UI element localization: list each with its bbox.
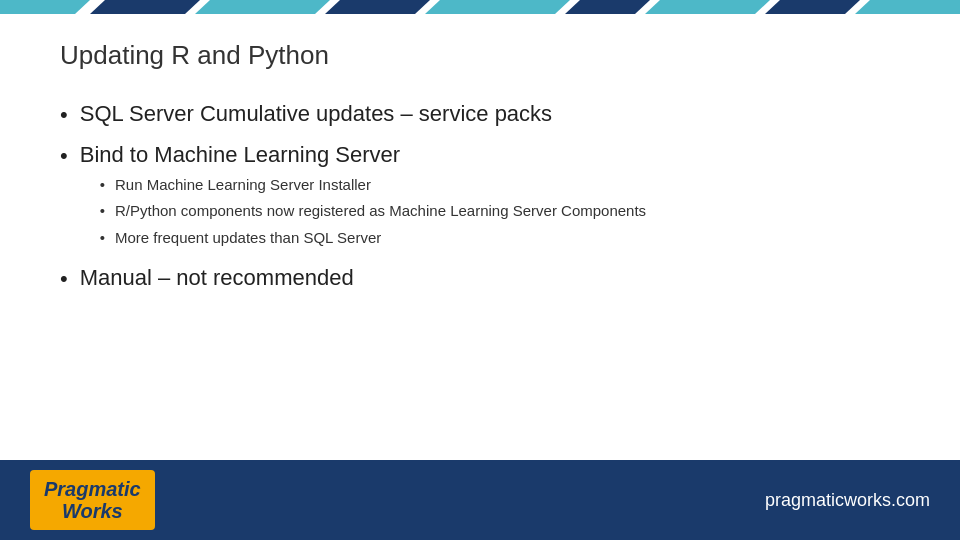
sub-bullet-item-1: Run Machine Learning Server Installer — [100, 174, 646, 197]
sub-bullet-item-3: More frequent updates than SQL Server — [100, 227, 646, 250]
logo-box: Pragmatic Works — [30, 470, 155, 530]
main-bullet-list: SQL Server Cumulative updates – service … — [60, 101, 900, 294]
sub-bullet-item-2: R/Python components now registered as Ma… — [100, 200, 646, 223]
logo-text-works: Works — [44, 500, 141, 522]
sub-bullet-3-text: More frequent updates than SQL Server — [115, 227, 381, 250]
footer-url: pragmaticworks.com — [765, 490, 930, 511]
sub-bullet-1-text: Run Machine Learning Server Installer — [115, 174, 371, 197]
bullet-2-text: Bind to Machine Learning Server — [80, 142, 400, 167]
bullet-3-text: Manual – not recommended — [80, 265, 354, 291]
bullet-2-container: Bind to Machine Learning Server Run Mach… — [80, 142, 646, 254]
footer: Pragmatic Works pragmaticworks.com — [0, 460, 960, 540]
sub-bullet-2-text: R/Python components now registered as Ma… — [115, 200, 646, 223]
slide-content: Updating R and Python SQL Server Cumulat… — [0, 12, 960, 460]
sub-bullet-list: Run Machine Learning Server Installer R/… — [100, 174, 646, 250]
bullet-item-1: SQL Server Cumulative updates – service … — [60, 101, 900, 130]
bullet-item-2: Bind to Machine Learning Server Run Mach… — [60, 142, 900, 254]
slide-title: Updating R and Python — [60, 40, 900, 71]
footer-logo: Pragmatic Works — [30, 470, 155, 530]
bullet-item-3: Manual – not recommended — [60, 265, 900, 294]
logo-text-pragmatic: Pragmatic — [44, 478, 141, 500]
bullet-1-text: SQL Server Cumulative updates – service … — [80, 101, 552, 127]
